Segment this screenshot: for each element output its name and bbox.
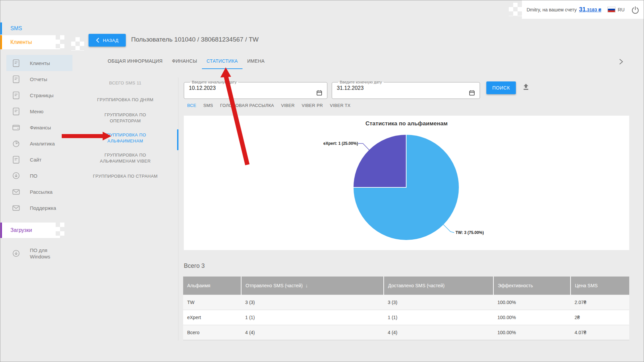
back-button[interactable]: НАЗАД [89, 34, 126, 47]
date-to-label: Введите конечную дату [338, 80, 384, 84]
callout-label-tw: TW: 3 (75.00%) [455, 230, 484, 235]
sidebar-item-windows-software[interactable]: ПО для Windows [0, 244, 72, 263]
channel-filter-bar: ВСЕ SMS ГОЛОСОВАЯ РАССЫЛКА VIBER VIBER P… [187, 103, 351, 108]
russia-flag-icon [607, 7, 615, 12]
table-caption: Всего 3 [184, 262, 205, 269]
sidebar-item-support[interactable]: Поддержка [0, 200, 72, 216]
col-header-delivered[interactable]: Доставлено SMS (частей) [384, 277, 493, 295]
wallet-icon [12, 123, 20, 132]
submenu-item-by-alphanames[interactable]: ГРУППИРОВКА ПО АЛЬФАИМЕНАМ [72, 132, 178, 144]
sidebar-section-clients[interactable]: Клиенты [0, 35, 56, 49]
chevron-left-icon [96, 38, 99, 43]
mail-icon [12, 187, 20, 196]
submenu-total-label: ВСЕГО SMS 11 [72, 80, 178, 85]
date-to-field[interactable]: Введите конечную дату 31.12.2023 [332, 80, 480, 99]
submenu-item-by-alphanames-viber[interactable]: ГРУППИРОВКА ПО АЛЬФАИМЕНАМ VIBER [72, 152, 178, 164]
sidebar-item-clients[interactable]: Клиенты [6, 55, 72, 71]
channel-sms[interactable]: SMS [203, 103, 213, 108]
date-from-label: Введите начальную дату [190, 80, 238, 84]
sidebar-item-analytics[interactable]: Аналитика [0, 135, 72, 152]
checker-decoration [56, 35, 64, 49]
account-greeting: Dmitry, на вашем счету [527, 7, 577, 12]
submenu-active-indicator [177, 129, 178, 150]
chevron-right-icon[interactable] [619, 59, 623, 65]
stats-table: Альфаимя Отправлено SMS (частей)↓ Достав… [183, 277, 629, 340]
download-icon [12, 249, 20, 258]
date-to-value[interactable]: 31.12.2023 [337, 85, 475, 91]
col-header-price[interactable]: Цена SMS [571, 277, 629, 295]
logout-power-icon[interactable] [631, 5, 639, 14]
language-label[interactable]: RU [618, 7, 625, 12]
channel-viber-tx[interactable]: VIBER TX [330, 103, 351, 108]
col-header-alphaname[interactable]: Альфаимя [183, 277, 241, 295]
col-header-sent[interactable]: Отправлено SMS (частей)↓ [241, 277, 384, 295]
mail-icon [12, 203, 20, 212]
channel-all[interactable]: ВСЕ [187, 103, 196, 108]
table-row[interactable]: TW 3 (3) 3 (3) 100.00% 2.07₴ [183, 295, 629, 310]
calendar-icon[interactable] [469, 90, 475, 96]
submenu-item-by-days[interactable]: ГРУППИРОВКА ПО ДНЯМ [72, 97, 178, 103]
sidebar-item-pages[interactable]: Страницы [0, 87, 72, 103]
sidebar-section-downloads[interactable]: Загрузки [0, 223, 56, 238]
checker-decoration [509, 3, 522, 16]
pie-chart-icon [12, 139, 20, 148]
checker-decoration [56, 223, 64, 238]
table-row-total[interactable]: Всего 4 (4) 4 (4) 100.00% 4.07₴ [183, 325, 629, 340]
sidebar-item-software[interactable]: ПО [0, 168, 72, 184]
pie-chart: eXpert: 1 (25.00%) TW: 3 (75.00%) [184, 116, 629, 250]
document-icon [12, 91, 20, 100]
submenu-divider [178, 77, 178, 341]
channel-voice[interactable]: ГОЛОСОВАЯ РАССЫЛКА [220, 103, 274, 108]
table-row[interactable]: eXpert 1 (1) 1 (1) 100.00% 2₴ [183, 310, 629, 325]
sidebar-item-finances[interactable]: Финансы [0, 119, 72, 135]
document-icon [12, 155, 20, 164]
submenu-item-by-countries[interactable]: ГРУППИРОВКА ПО СТРАНАМ [72, 173, 178, 179]
section-indicator [0, 22, 2, 35]
pie-slice-expert[interactable] [353, 134, 406, 187]
balance-link[interactable]: 31,3183 ₴ [579, 6, 601, 13]
sidebar-item-reports[interactable]: Отчеты [0, 71, 72, 87]
account-bar: Dmitry, на вашем счету 31,3183 ₴ RU [522, 0, 644, 19]
tab-general-info[interactable]: ОБЩАЯ ИНФОРМАЦИЯ [103, 56, 167, 69]
submenu-item-by-operators[interactable]: ГРУППИРОВКА ПО ОПЕРАТОРАМ [72, 112, 178, 124]
download-icon [12, 171, 20, 180]
date-from-value[interactable]: 10.12.2023 [189, 85, 322, 91]
document-icon [12, 75, 20, 83]
app-window: Dmitry, на вашем счету 31,3183 ₴ RU SMS … [0, 0, 644, 362]
checker-decoration [71, 37, 84, 51]
callout-label-expert: eXpert: 1 (25.00%) [323, 141, 358, 146]
col-header-efficiency[interactable]: Эффективность [493, 277, 571, 295]
sidebar-item-menu[interactable]: Меню [0, 103, 72, 119]
sort-desc-icon: ↓ [305, 283, 308, 288]
section-indicator [0, 223, 2, 238]
table-header-row: Альфаимя Отправлено SMS (частей)↓ Достав… [183, 277, 629, 295]
tab-statistics[interactable]: СТАТИСТИКА [202, 56, 243, 69]
calendar-icon[interactable] [316, 90, 322, 96]
pie-chart-card: Статистика по альфаименам eXpert: 1 (25.… [184, 116, 629, 250]
sidebar-section-sms[interactable]: SMS [0, 22, 22, 35]
search-button[interactable]: ПОИСК [486, 81, 516, 94]
export-upload-icon[interactable] [522, 83, 530, 92]
section-indicator [0, 35, 2, 49]
document-icon [12, 59, 20, 67]
sidebar-item-mailing[interactable]: Рассылка [0, 184, 72, 200]
channel-viber-pr[interactable]: VIBER PR [302, 103, 323, 108]
page-title: Пользователь 101040 / 380681234567 / TW [131, 36, 259, 43]
tab-finances[interactable]: ФИНАНСЫ [167, 56, 202, 69]
tab-bar: ОБЩАЯ ИНФОРМАЦИЯ ФИНАНСЫ СТАТИСТИКА ИМЕН… [103, 56, 269, 69]
document-icon [12, 107, 20, 116]
sidebar-item-site[interactable]: Сайт [0, 152, 72, 168]
channel-viber[interactable]: VIBER [281, 103, 295, 108]
tab-names[interactable]: ИМЕНА [243, 56, 269, 69]
callout-line-tw [443, 224, 454, 233]
date-from-field[interactable]: Введите начальную дату 10.12.2023 [184, 80, 327, 99]
